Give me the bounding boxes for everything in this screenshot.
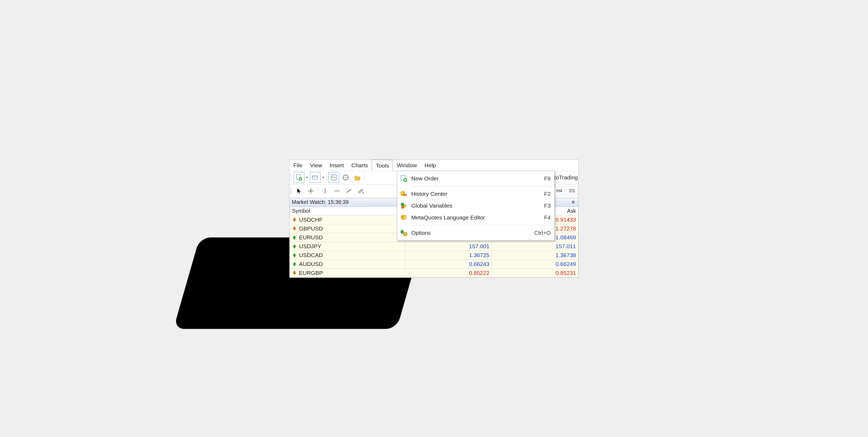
navigator-button[interactable] bbox=[340, 172, 351, 183]
menu-item-shortcut: F9 bbox=[544, 175, 551, 182]
market-watch-title-text: Market Watch: 15:36:39 bbox=[292, 199, 349, 205]
navigator-icon bbox=[342, 174, 349, 181]
channel-icon bbox=[357, 188, 364, 195]
horizontal-line-icon bbox=[334, 188, 340, 195]
menu-item-global-variables[interactable]: Global Variables F3 bbox=[397, 200, 554, 212]
symbol-cell: EURUSD bbox=[290, 233, 405, 242]
ask-cell: 0.85231 bbox=[492, 268, 579, 277]
symbol-name: AUDUSD bbox=[299, 261, 323, 267]
profiles-button[interactable] bbox=[310, 172, 320, 183]
toolbar-grip-icon bbox=[291, 186, 292, 196]
vertical-line-icon bbox=[322, 188, 329, 195]
menu-item-shortcut: Ctrl+O bbox=[534, 230, 551, 236]
mql-editor-icon bbox=[400, 214, 407, 221]
toolbar-separator bbox=[327, 173, 327, 181]
symbol-name: USDJPY bbox=[299, 243, 321, 249]
menu-bar: File View Insert Charts Tools Window Hel… bbox=[289, 160, 579, 171]
table-row[interactable]: USDCAD1.367251.36738 bbox=[290, 250, 579, 260]
toolbar-grip-icon bbox=[291, 172, 292, 182]
menu-item-label: Global Variables bbox=[411, 202, 540, 209]
bid-cell: 0.85222 bbox=[405, 268, 492, 277]
crosshair-icon bbox=[307, 188, 314, 195]
tools-dropdown-menu: New Order F9 History Center F2 Global Va… bbox=[397, 171, 555, 241]
menu-insert[interactable]: Insert bbox=[326, 160, 348, 171]
symbol-name: EURUSD bbox=[299, 234, 323, 241]
vertical-line-button[interactable] bbox=[320, 186, 331, 196]
table-row[interactable]: AUDUSD0.662430.66249 bbox=[290, 260, 579, 268]
data-folder-button[interactable] bbox=[352, 172, 363, 183]
menu-file[interactable]: File bbox=[289, 160, 306, 171]
menu-item-new-order[interactable]: New Order F9 bbox=[397, 173, 554, 184]
symbol-name: GBPUSD bbox=[299, 225, 323, 232]
symbol-cell: EURGBP bbox=[290, 268, 405, 277]
cursor-tool-button[interactable] bbox=[293, 186, 304, 196]
menu-item-history-center[interactable]: History Center F2 bbox=[397, 188, 554, 200]
new-order-icon bbox=[400, 175, 407, 182]
menu-help[interactable]: Help bbox=[421, 160, 440, 171]
menu-item-label: New Order bbox=[411, 175, 540, 182]
price-up-arrow-icon bbox=[292, 235, 297, 240]
bid-cell: 1.36725 bbox=[405, 250, 492, 260]
crosshair-tool-button[interactable] bbox=[306, 186, 316, 196]
options-icon bbox=[400, 229, 407, 237]
timeframe-d1-button[interactable]: D1 bbox=[566, 187, 578, 195]
ask-cell: 0.66249 bbox=[492, 260, 579, 268]
menu-separator bbox=[409, 186, 553, 187]
menu-item-label: Options bbox=[411, 230, 530, 236]
symbol-name: USDCAD bbox=[299, 252, 323, 259]
ask-cell: 157.011 bbox=[492, 242, 579, 250]
channel-button[interactable] bbox=[355, 186, 366, 196]
menu-item-label: MetaQuotes Language Editor bbox=[411, 214, 540, 221]
profiles-dropdown-caret[interactable] bbox=[322, 176, 325, 179]
caret-down-icon bbox=[322, 176, 324, 179]
bid-cell: 157.001 bbox=[405, 242, 492, 250]
menu-tools[interactable]: Tools bbox=[372, 160, 393, 171]
menu-charts[interactable]: Charts bbox=[348, 160, 372, 171]
new-chart-button[interactable] bbox=[293, 172, 304, 183]
symbol-name: EURGBP bbox=[299, 270, 323, 276]
menu-item-shortcut: F2 bbox=[544, 191, 551, 197]
column-header-symbol[interactable]: Symbol bbox=[290, 206, 405, 215]
timeframe-h4-button[interactable]: H4 bbox=[554, 187, 565, 195]
trendline-button[interactable] bbox=[343, 186, 354, 196]
market-watch-close-button[interactable]: ✕ bbox=[570, 199, 576, 205]
menu-view[interactable]: View bbox=[306, 160, 326, 171]
menu-item-shortcut: F4 bbox=[544, 214, 551, 221]
menu-item-label: History Center bbox=[411, 191, 540, 197]
history-center-icon bbox=[400, 190, 407, 198]
symbol-cell: USDJPY bbox=[290, 242, 405, 250]
menu-item-shortcut: F3 bbox=[544, 202, 551, 209]
price-down-arrow-icon bbox=[292, 217, 297, 222]
global-variables-icon bbox=[400, 202, 407, 209]
bid-cell: 0.66243 bbox=[405, 260, 492, 268]
horizontal-line-button[interactable] bbox=[332, 186, 342, 196]
price-up-arrow-icon bbox=[292, 253, 297, 258]
price-up-arrow-icon bbox=[292, 262, 297, 267]
menu-item-mql-editor[interactable]: MetaQuotes Language Editor F4 bbox=[397, 212, 554, 224]
symbol-cell: USDCAD bbox=[290, 250, 405, 260]
new-chart-icon bbox=[296, 174, 303, 181]
symbol-cell: USDCHF bbox=[290, 215, 405, 224]
market-watch-icon bbox=[330, 174, 337, 181]
application-window: File View Insert Charts Tools Window Hel… bbox=[289, 160, 579, 278]
toolbar-separator bbox=[318, 187, 318, 195]
caret-down-icon bbox=[306, 176, 308, 179]
menu-window[interactable]: Window bbox=[393, 160, 421, 171]
table-row[interactable]: EURGBP0.852220.85231 bbox=[290, 268, 579, 277]
symbol-cell: GBPUSD bbox=[290, 224, 405, 233]
symbol-cell: AUDUSD bbox=[290, 260, 405, 268]
trendline-icon bbox=[345, 188, 352, 195]
cursor-icon bbox=[296, 188, 303, 195]
symbol-name: USDCHF bbox=[299, 216, 323, 223]
folder-star-icon bbox=[354, 174, 361, 181]
price-down-arrow-icon bbox=[292, 226, 297, 231]
market-watch-button[interactable] bbox=[328, 172, 339, 183]
ask-cell: 1.36738 bbox=[492, 250, 579, 260]
price-down-arrow-icon bbox=[292, 271, 297, 275]
menu-item-options[interactable]: Options Ctrl+O bbox=[397, 227, 554, 239]
new-chart-dropdown-caret[interactable] bbox=[306, 176, 309, 179]
price-up-arrow-icon bbox=[292, 244, 297, 249]
table-row[interactable]: USDJPY157.001157.011 bbox=[290, 242, 579, 250]
profiles-icon bbox=[312, 174, 319, 181]
